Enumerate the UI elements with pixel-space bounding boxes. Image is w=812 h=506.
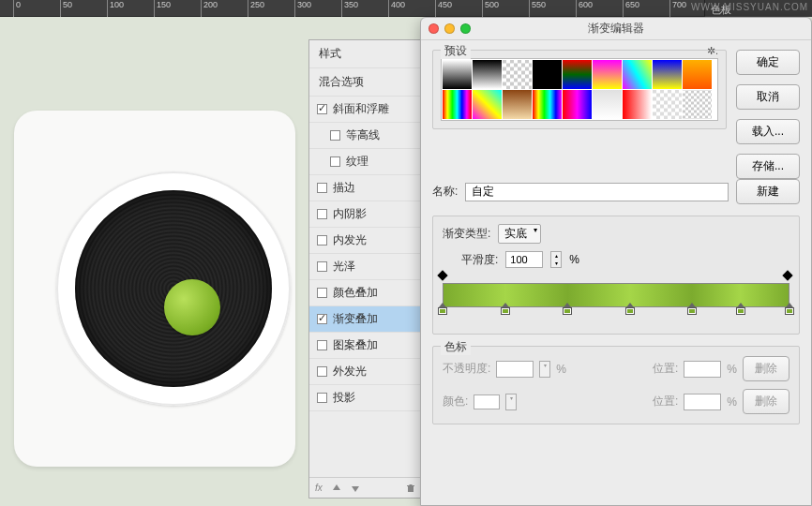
preset-swatch[interactable] [683, 60, 712, 89]
titlebar[interactable]: 渐变编辑器 [421, 18, 811, 40]
smooth-spinner[interactable]: ▴▾ [550, 251, 562, 268]
minimize-icon[interactable] [444, 23, 455, 34]
checkbox[interactable] [317, 261, 327, 272]
preset-swatch[interactable] [533, 90, 562, 119]
checkbox[interactable] [317, 366, 327, 377]
color-stop[interactable] [563, 307, 572, 319]
gear-icon[interactable]: ✲. [707, 45, 718, 57]
color-stop[interactable] [625, 307, 635, 319]
style-item[interactable]: 等高线 [309, 123, 421, 149]
presets-label: 预设 [441, 43, 471, 59]
save-button[interactable]: 存储... [736, 154, 800, 179]
gradient-bar[interactable] [443, 283, 789, 307]
blend-options-header[interactable]: 混合选项 [309, 68, 421, 97]
style-item[interactable]: 外发光 [309, 359, 421, 385]
ok-button[interactable]: 确定 [736, 50, 800, 75]
preset-swatch[interactable] [503, 90, 532, 119]
color-stop[interactable] [438, 307, 447, 319]
checkbox[interactable] [317, 340, 327, 350]
smooth-input[interactable] [505, 251, 543, 268]
ruler-tick: 200 [201, 0, 218, 17]
arrow-down-icon[interactable] [351, 484, 360, 493]
opacity-stop-right[interactable] [784, 272, 793, 281]
preset-swatch[interactable] [593, 60, 622, 89]
style-item[interactable]: 内发光 [309, 228, 421, 254]
checkbox[interactable] [317, 235, 327, 246]
type-label: 渐变类型: [443, 226, 490, 242]
color-spinner: ▾ [505, 394, 517, 410]
style-item[interactable]: 纹理 [309, 149, 421, 175]
style-item-label: 渐变叠加 [333, 311, 378, 327]
preset-swatch[interactable] [473, 90, 502, 119]
style-item[interactable]: 光泽 [309, 254, 421, 280]
style-item[interactable]: 内阴影 [309, 201, 421, 228]
preset-swatch[interactable] [653, 60, 682, 89]
close-icon[interactable] [429, 23, 439, 34]
checkbox[interactable] [317, 104, 327, 114]
color-stop[interactable] [785, 307, 794, 319]
trash-icon[interactable] [406, 484, 415, 493]
style-item-label: 投影 [333, 390, 355, 406]
preset-swatch[interactable] [623, 60, 652, 89]
preset-swatch[interactable] [473, 60, 502, 89]
color-stop[interactable] [736, 307, 745, 319]
preset-swatch[interactable] [563, 90, 592, 119]
preset-swatch[interactable] [503, 60, 532, 89]
checkbox[interactable] [317, 393, 327, 403]
delete-color-button: 删除 [743, 389, 789, 414]
ruler-tick: 500 [482, 0, 499, 17]
style-item-label: 描边 [333, 180, 355, 196]
ruler-tick: 400 [388, 0, 405, 17]
opacity-spinner: ▾ [539, 361, 550, 378]
opacity-label: 不透明度: [443, 361, 490, 377]
preset-swatch[interactable] [683, 90, 712, 119]
cancel-button[interactable]: 取消 [736, 84, 800, 110]
position-unit-2: % [727, 395, 737, 409]
style-item[interactable]: 图案叠加 [309, 333, 421, 359]
preset-swatch[interactable] [563, 60, 592, 89]
ruler-tick: 250 [248, 0, 264, 17]
type-dropdown[interactable]: 实底 [498, 224, 541, 244]
preset-swatch[interactable] [593, 90, 622, 119]
style-item[interactable]: 斜面和浮雕 [309, 97, 421, 123]
opacity-stop-left[interactable] [439, 272, 448, 281]
opacity-unit: % [556, 363, 566, 376]
preset-swatch[interactable] [623, 90, 652, 119]
gradient-type-section: 渐变类型: 实底 平滑度: ▴▾ % [432, 216, 800, 335]
style-item-label: 纹理 [346, 154, 368, 170]
ruler-tick: 150 [154, 0, 171, 17]
checkbox[interactable] [317, 183, 327, 193]
ruler-tick: 600 [576, 0, 593, 17]
preset-swatches [441, 58, 718, 121]
delete-opacity-button: 删除 [743, 356, 789, 381]
arrow-up-icon[interactable] [332, 484, 341, 493]
style-item-label: 外发光 [333, 364, 367, 380]
preset-swatch[interactable] [443, 60, 472, 89]
position-label-1: 位置: [653, 361, 678, 377]
load-button[interactable]: 载入... [736, 119, 800, 144]
color-stop[interactable] [687, 307, 697, 319]
checkbox[interactable] [330, 156, 340, 167]
position-unit-1: % [727, 363, 737, 376]
new-button[interactable]: 新建 [736, 179, 800, 204]
fx-footer: fx [309, 477, 421, 498]
presets-section: 预设 ✲. [432, 50, 727, 129]
checkbox[interactable] [317, 288, 327, 298]
gradient-editor-window: 渐变编辑器 预设 ✲. 确定 取消 载入... 存储... 名称: 新建 [420, 17, 812, 506]
style-item[interactable]: 颜色叠加 [309, 280, 421, 306]
checkbox[interactable] [317, 209, 327, 219]
checkbox[interactable] [330, 130, 340, 141]
preset-swatch[interactable] [533, 60, 562, 89]
preset-swatch[interactable] [653, 90, 682, 119]
styles-header[interactable]: 样式 [309, 40, 421, 68]
style-item[interactable]: 描边 [309, 175, 421, 201]
maximize-icon[interactable] [460, 23, 471, 34]
smooth-label: 平滑度: [461, 252, 498, 268]
style-item-label: 光泽 [333, 259, 355, 275]
style-item[interactable]: 投影 [309, 385, 421, 411]
preset-swatch[interactable] [443, 90, 472, 119]
style-item[interactable]: 渐变叠加 [309, 306, 421, 333]
checkbox[interactable] [317, 314, 327, 324]
name-input[interactable] [465, 183, 729, 201]
color-stop[interactable] [501, 307, 510, 319]
